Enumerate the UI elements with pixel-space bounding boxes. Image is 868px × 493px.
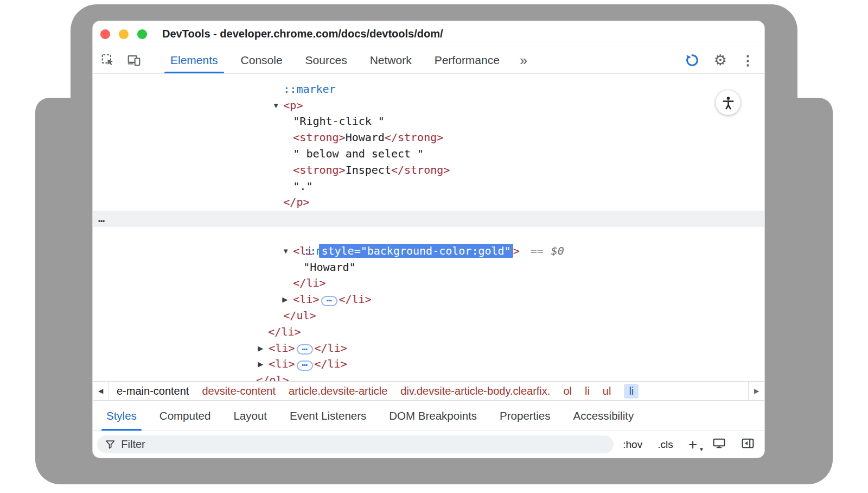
tree-row-p-close[interactable]: </p> <box>93 179 764 195</box>
breadcrumb: e-main-content devsite-content article.d… <box>109 382 646 400</box>
tree-row-p-open[interactable]: ▼<p> <box>93 81 764 98</box>
row-actions-icon[interactable]: … <box>98 211 105 227</box>
devtools-window: DevTools - developer.chrome.com/docs/dev… <box>92 21 765 458</box>
tab-performance[interactable]: Performance <box>423 47 511 73</box>
breadcrumb-item[interactable]: ul <box>603 385 611 397</box>
breadcrumb-bar: ◀ e-main-content devsite-content article… <box>93 381 764 401</box>
more-tabs-icon[interactable]: » <box>520 53 527 68</box>
device-toolbar-icon[interactable] <box>126 53 142 68</box>
collapse-arrow-icon[interactable]: ▼ <box>282 243 293 260</box>
tree-row-text-rightclick[interactable]: "Right-click " <box>93 98 764 114</box>
expand-arrow-icon[interactable]: ▶ <box>258 340 269 357</box>
toggle-sidebar-icon[interactable] <box>741 437 755 452</box>
title-bar: DevTools - developer.chrome.com/docs/dev… <box>93 21 764 47</box>
breadcrumb-item[interactable]: div.devsite-article-body.clearfix. <box>400 385 550 397</box>
window-title: DevTools - developer.chrome.com/docs/dev… <box>162 28 443 40</box>
tree-row-li-selected[interactable]: … ▼<listyle="background-color:gold">==$0 <box>93 211 764 227</box>
breadcrumb-item[interactable]: ol <box>563 385 572 397</box>
tab-sources[interactable]: Sources <box>294 47 359 73</box>
breadcrumb-item[interactable]: article.devsite-article <box>289 385 387 397</box>
inspect-element-icon[interactable] <box>100 53 116 68</box>
tab-properties[interactable]: Properties <box>488 401 561 431</box>
dom-tree: ::marker ▼<p> "Right-click " <strong>How… <box>93 74 764 381</box>
tree-row-marker-clipped[interactable]: ::marker <box>93 74 764 81</box>
tab-layout[interactable]: Layout <box>222 401 278 431</box>
expand-arrow-icon[interactable]: ▶ <box>258 356 269 372</box>
tab-event-listeners[interactable]: Event Listeners <box>278 401 378 431</box>
breadcrumb-item[interactable]: li <box>585 385 590 397</box>
new-style-rule-caret-icon: ▼ <box>699 447 704 452</box>
tree-row-li-collapsed-outer[interactable]: ▶<li>⋯</li> <box>93 324 764 340</box>
tree-row-ul-close[interactable]: </ul> <box>93 292 764 308</box>
tab-styles[interactable]: Styles <box>95 401 148 431</box>
expand-arrow-icon[interactable]: ▶ <box>282 292 293 308</box>
accessibility-overlay-button[interactable] <box>716 90 741 115</box>
tree-row-ul-open[interactable]: ▼<ul> <box>93 194 764 211</box>
filter-funnel-icon <box>105 439 116 450</box>
expand-children-button[interactable]: ⋯ <box>297 361 313 371</box>
tab-elements[interactable]: Elements <box>159 47 229 73</box>
collapse-arrow-icon[interactable]: ▼ <box>272 98 283 114</box>
tree-row-ol-close[interactable]: </ol> <box>93 356 764 372</box>
tree-row-li-close-outer[interactable]: </li> <box>93 308 764 324</box>
toggle-element-state-button[interactable]: :hov <box>623 439 642 451</box>
breadcrumb-scroll-right-button[interactable]: ▶ <box>748 382 764 400</box>
accessibility-person-icon <box>721 96 736 110</box>
tab-dom-breakpoints[interactable]: DOM Breakpoints <box>378 401 488 431</box>
tree-row-strong-howard[interactable]: <strong>Howard</strong> <box>93 113 764 130</box>
tab-accessibility[interactable]: Accessibility <box>562 401 646 431</box>
tab-computed[interactable]: Computed <box>148 401 222 431</box>
rendering-icon[interactable] <box>712 437 726 452</box>
breadcrumb-item[interactable]: devsite-content <box>202 385 276 397</box>
close-window-button[interactable] <box>100 29 110 39</box>
new-style-rule-button[interactable]: + ▼ <box>688 437 697 452</box>
kebab-menu-icon[interactable]: ⋮ <box>741 54 755 67</box>
minimize-window-button[interactable] <box>119 29 129 39</box>
expand-children-button[interactable]: ⋯ <box>297 344 313 355</box>
filter-input[interactable] <box>121 438 606 451</box>
attribute-edit-selection[interactable]: style="background-color:gold" <box>319 244 513 258</box>
tree-row-li-close[interactable]: </li> <box>93 260 764 276</box>
stage: DevTools - developer.chrome.com/docs/dev… <box>0 0 868 493</box>
toolbar-right: ⚙ ⋮ <box>685 53 755 68</box>
tab-console[interactable]: Console <box>229 47 294 73</box>
tree-row-li-collapsed-outer[interactable]: ▶<li>⋯</li> <box>93 340 764 357</box>
breadcrumb-item[interactable]: e-main-content <box>117 385 189 397</box>
dollar-zero-badge: $0 <box>551 244 564 257</box>
settings-gear-icon[interactable]: ⚙ <box>714 53 727 68</box>
tree-row-marker[interactable]: ::marker <box>93 227 764 243</box>
filter-bar-controls: :hov .cls + ▼ <box>623 437 755 452</box>
sidebar-pane-tabs: Styles Computed Layout Event Listeners D… <box>93 401 764 431</box>
expand-children-button[interactable]: ⋯ <box>321 296 337 306</box>
devtools-toolbar: Elements Console Sources Network Perform… <box>93 47 764 74</box>
refresh-sync-icon[interactable] <box>685 53 700 68</box>
breadcrumb-item-selected[interactable]: li <box>624 384 639 399</box>
breadcrumb-scroll-left-button[interactable]: ◀ <box>93 382 109 400</box>
tab-network[interactable]: Network <box>359 47 423 73</box>
panel-tabs: Elements Console Sources Network Perform… <box>159 47 511 73</box>
element-classes-button[interactable]: .cls <box>658 439 673 451</box>
tree-row-strong-inspect[interactable]: <strong>Inspect</strong> <box>93 146 764 162</box>
styles-filter-bar: :hov .cls + ▼ <box>93 431 764 458</box>
filter-field[interactable] <box>97 435 614 453</box>
tree-row-li-collapsed-inner[interactable]: ▶<li>⋯</li> <box>93 275 764 292</box>
zoom-window-button[interactable] <box>137 29 147 39</box>
